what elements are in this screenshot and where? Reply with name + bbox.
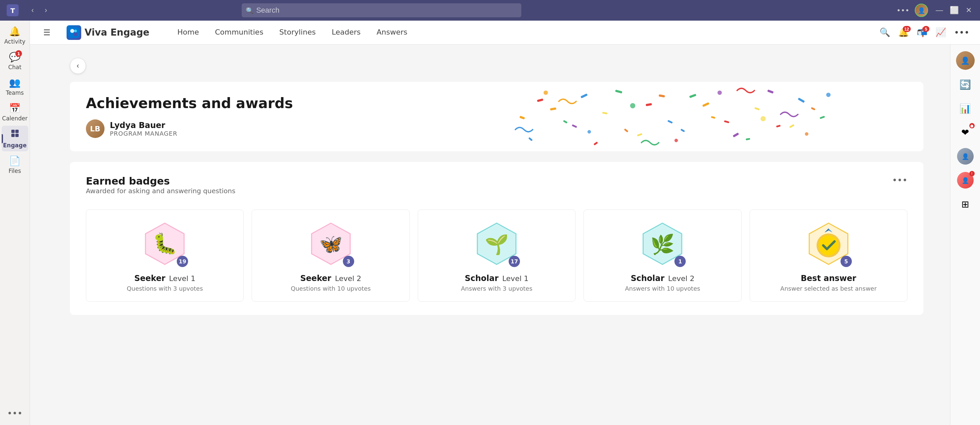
svg-rect-18 [689,94,696,98]
right-sidebar-person3[interactable]: 👤 ! [955,170,976,191]
svg-rect-15 [624,128,628,132]
header-more-button[interactable]: ••• [954,28,969,38]
right-sidebar-avatar[interactable]: 👤 [955,50,976,71]
svg-point-44 [760,116,765,121]
sidebar-item-files[interactable]: 📄 Files [2,153,28,177]
chat-badge: 1 [15,50,22,57]
svg-rect-33 [702,102,710,107]
sidebar-label-teams: Teams [6,89,24,96]
svg-rect-32 [680,129,685,132]
sidebar-item-teams[interactable]: 👥 Teams [2,75,28,99]
right-sidebar-person2[interactable]: 👤 [955,146,976,167]
svg-point-57 [819,235,838,255]
svg-point-8 [73,32,78,36]
maximize-button[interactable]: ⬜ [948,4,960,16]
titlebar-more-button[interactable]: ••• [896,6,909,14]
sidebar-label-calendar: Calender [2,115,27,122]
content-area: ☰ Viva Engage Home Communities Storyline… [30,21,980,425]
back-nav-button[interactable]: ‹ [27,4,39,16]
sidebar-label-files: Files [9,168,21,174]
teams-sidebar: 🔔 Activity 💬 1 Chat 👥 Teams 📅 Calender [0,21,30,425]
svg-rect-27 [571,124,577,128]
header-inbox-button[interactable]: 📬 5 [917,27,928,38]
svg-rect-38 [811,107,815,110]
minimize-button[interactable]: — [934,4,945,16]
sidebar-item-calendar[interactable]: 📅 Calender [2,100,28,124]
badge-desc-seeker-l2: Questions with 10 upvotes [291,285,371,292]
back-button[interactable]: ‹ [70,58,86,74]
user-job-title: PROGRAM MANAGER [110,130,177,137]
svg-rect-25 [528,137,533,141]
svg-point-39 [544,90,548,95]
sidebar-label-activity: Activity [4,38,25,45]
sidebar-item-engage[interactable]: Engage [2,126,28,151]
user-avatar-titlebar[interactable]: 👤 [915,4,928,17]
nav-answers[interactable]: Answers [369,25,415,40]
badge-name-seeker-l2: Seeker Level 2 [300,274,361,283]
chart-icon: 📊 [959,103,971,114]
badges-header: Earned badges Awarded for asking and ans… [86,175,907,207]
app-body: 🔔 Activity 💬 1 Chat 👥 Teams 📅 Calender [0,21,980,425]
viva-engage-logo-icon [67,25,81,40]
svg-point-7 [70,29,74,33]
header-actions: 🔍 🔔 12 📬 5 📈 ••• [880,27,969,38]
right-sidebar-grid[interactable]: ⊞ [955,193,976,215]
nav-home[interactable]: Home [169,25,207,40]
svg-rect-4 [11,134,14,137]
svg-rect-36 [767,89,773,94]
svg-rect-3 [15,130,19,133]
sidebar-item-chat[interactable]: 💬 1 Chat [2,49,28,73]
sidebar-more-button[interactable]: ••• [7,408,22,419]
heart-badge-count: ● [969,123,975,128]
inbox-badge: 5 [923,26,929,32]
person2-avatar: 👤 [957,148,974,165]
badge-card-scholar-l1: 🌱 17 Scholar Level 1 Answers with 3 upvo… [418,209,576,301]
badge-icon-best-answer: 5 [805,220,852,267]
svg-rect-34 [724,121,729,124]
badge-name-best-answer: Best answer [801,274,856,283]
svg-rect-22 [776,125,781,127]
right-sidebar: 👤 🔄 📊 ❤️ ● 👤 👤 ! [950,44,980,425]
badge-name-scholar-l2: Scholar Level 2 [631,274,695,283]
person3-badge: ! [969,171,975,176]
svg-rect-29 [615,90,622,94]
nav-communities[interactable]: Communities [207,25,271,40]
nav-storylines[interactable]: Storylines [271,25,323,40]
svg-text:🦋: 🦋 [319,233,342,255]
active-indicator [2,134,3,143]
grid-icon: ⊞ [961,199,969,210]
user-name: Lydya Bauer [110,121,177,130]
close-button[interactable]: ✕ [963,4,975,16]
hamburger-button[interactable]: ☰ [41,27,53,38]
main-nav: Home Communities Storylines Leaders Answ… [169,25,415,40]
header-search-button[interactable]: 🔍 [880,27,890,38]
badge-desc-seeker-l1: Questions with 3 upvotes [127,285,203,292]
app-header: ☰ Viva Engage Home Communities Storyline… [30,21,980,44]
badges-more-button[interactable]: ••• [892,175,907,185]
svg-rect-23 [797,97,805,103]
header-analytics-button[interactable]: 📈 [935,27,946,38]
nav-leaders[interactable]: Leaders [323,25,369,40]
svg-rect-2 [11,130,14,133]
header-notifications-button[interactable]: 🔔 12 [898,27,909,38]
badge-name-scholar-l1: Scholar Level 1 [465,274,529,283]
calendar-icon: 📅 [9,103,21,114]
search-input[interactable] [242,3,521,17]
svg-text:🐛: 🐛 [153,232,177,255]
badge-card-scholar-l2: 🌿 1 Scholar Level 2 Answers with 10 upvo… [584,209,741,301]
badge-icon-seeker-l1: 🐛 19 [142,220,188,267]
sidebar-item-activity[interactable]: 🔔 Activity [2,23,28,48]
right-sidebar-chart[interactable]: 📊 [955,98,976,119]
forward-nav-button[interactable]: › [40,4,52,16]
search-icon: 🔍 [247,7,254,14]
right-sidebar-heart-badge[interactable]: ❤️ ● [955,122,976,143]
svg-rect-5 [15,134,19,137]
notifications-badge: 12 [903,26,911,32]
svg-text:🌿: 🌿 [651,233,675,256]
badge-icon-seeker-l2: 🦋 3 [307,220,354,267]
app-logo-text: Viva Engage [84,27,150,38]
right-sidebar-refresh[interactable]: 🔄 [955,74,976,95]
svg-point-9 [74,30,77,32]
svg-rect-16 [646,103,652,106]
svg-rect-19 [711,116,715,119]
